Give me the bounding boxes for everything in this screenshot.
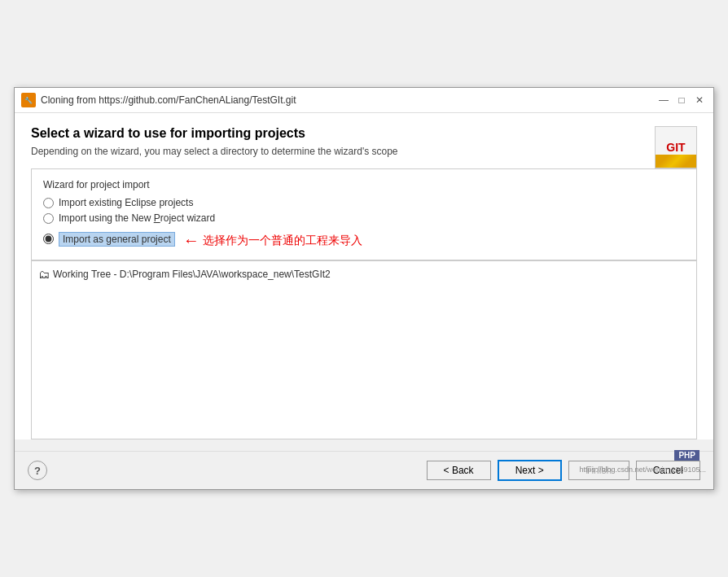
- window-controls: — □ ✕: [656, 93, 707, 107]
- main-area: Wizard for project import Import existin…: [15, 168, 713, 439]
- radio-label-1: Import existing Eclipse projects: [59, 197, 193, 208]
- next-button[interactable]: Next >: [498, 460, 562, 481]
- radio-import-new[interactable]: [43, 213, 54, 224]
- radio-option-1[interactable]: Import existing Eclipse projects: [43, 197, 685, 208]
- radio-label-2: Import using the New Project wizard: [59, 212, 215, 224]
- annotation-row: ← 选择作为一个普通的工程来导入: [183, 231, 362, 250]
- git-logo-stripe: [656, 155, 696, 168]
- radio-import-general[interactable]: [43, 234, 54, 244]
- radio-label-3: Import as general project: [59, 234, 175, 245]
- minimize-button[interactable]: —: [656, 93, 671, 107]
- title-bar: 🔧 Cloning from https://github.com/FanChe…: [15, 88, 713, 113]
- arrow-icon: ←: [183, 231, 200, 250]
- page-subtitle: Depending on the wizard, you may select …: [31, 146, 648, 157]
- annotation-text: 选择作为一个普通的工程来导入: [203, 234, 362, 248]
- window-title: Cloning from https://github.com/FanChenA…: [41, 94, 651, 106]
- window-icon: 🔧: [21, 93, 36, 107]
- wizard-section-title: Wizard for project import: [43, 179, 685, 190]
- tree-item[interactable]: 🗂 Working Tree - D:\Program Files\JAVA\w…: [38, 266, 690, 282]
- wizard-section: Wizard for project import Import existin…: [31, 168, 697, 260]
- tree-section: 🗂 Working Tree - D:\Program Files\JAVA\w…: [31, 260, 697, 439]
- git-logo: GIT: [655, 126, 697, 168]
- header-section: Select a wizard to use for importing pro…: [15, 113, 713, 168]
- back-button[interactable]: < Back: [427, 461, 491, 480]
- svg-text:🔧: 🔧: [24, 96, 33, 104]
- radio-import-eclipse[interactable]: [43, 198, 54, 208]
- radio-option-2[interactable]: Import using the New Project wizard: [43, 212, 685, 224]
- csdn-watermark: https://blog.csdn.net/weixin_1369105...: [579, 466, 706, 474]
- highlighted-label: Import as general project: [59, 232, 175, 247]
- page-title: Select a wizard to use for importing pro…: [31, 126, 648, 141]
- php-badge: PHP: [674, 450, 699, 461]
- folder-icon: 🗂: [38, 268, 50, 281]
- help-button[interactable]: ?: [28, 461, 47, 480]
- maximize-button[interactable]: □: [674, 93, 689, 107]
- tree-item-label: Working Tree - D:\Program Files\JAVA\wor…: [53, 269, 331, 280]
- close-button[interactable]: ✕: [692, 93, 707, 107]
- radio-option-3[interactable]: Import as general project: [43, 234, 175, 245]
